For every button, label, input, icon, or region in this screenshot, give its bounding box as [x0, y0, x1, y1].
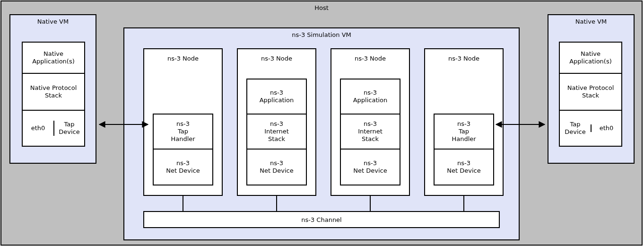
diagram-canvas: Host Native VM Native Application(s) Nat…	[0, 0, 644, 247]
native-stack-right: Native Application(s) Native Protocol St…	[559, 42, 622, 147]
native-vm-right-title: Native VM	[548, 18, 634, 25]
bidir-arrow-left	[96, 120, 151, 129]
connector-node2-channel	[276, 196, 277, 213]
connector-node1-channel	[183, 196, 183, 213]
node3-inet: ns-3 Internet Stack	[341, 115, 400, 150]
node1-tap-handler: ns-3 Tap Handler	[154, 115, 212, 150]
node2-stack: ns-3 Application ns-3 Internet Stack ns-…	[246, 79, 307, 185]
node3-stack: ns-3 Application ns-3 Internet Stack ns-…	[340, 79, 400, 185]
tap-device-left: Tap Device	[53, 121, 84, 136]
host-box: Host Native VM Native Application(s) Nat…	[0, 0, 643, 246]
node4-title: ns-3 Node	[425, 55, 503, 62]
node4-stack: ns-3 Tap Handler ns-3 Net Device	[434, 114, 494, 185]
native-apps-right: Native Application(s)	[560, 43, 621, 74]
node1-net-device: ns-3 Net Device	[154, 150, 212, 185]
node2-inet: ns-3 Internet Stack	[247, 115, 306, 150]
ns3-node-1: ns-3 Node ns-3 Tap Handler ns-3 Net Devi…	[143, 48, 223, 196]
node2-title: ns-3 Node	[238, 55, 315, 62]
ns3-channel: ns-3 Channel	[143, 211, 500, 228]
native-stack-left: Native Application(s) Native Protocol St…	[22, 42, 85, 147]
connector-node3-channel	[370, 196, 371, 213]
node1-title: ns-3 Node	[144, 55, 222, 62]
eth0-right: eth0	[591, 124, 621, 132]
native-vm-left: Native VM Native Application(s) Native P…	[9, 14, 96, 164]
host-label: Host	[1, 4, 642, 12]
node2-app: ns-3 Application	[247, 79, 306, 115]
node3-dev: ns-3 Net Device	[341, 150, 400, 185]
tap-device-right: Tap Device	[560, 121, 591, 136]
bidir-arrow-right	[493, 120, 548, 129]
simulation-vm: ns-3 Simulation VM ns-3 Node ns-3 Tap Ha…	[123, 27, 520, 240]
node4-tap-handler: ns-3 Tap Handler	[435, 115, 493, 150]
connector-node4-channel	[463, 196, 464, 213]
native-vm-left-title: Native VM	[10, 18, 96, 25]
channel-label: ns-3 Channel	[301, 216, 341, 223]
native-proto-right: Native Protocol Stack	[560, 74, 621, 111]
node3-title: ns-3 Node	[331, 55, 409, 62]
native-devrow-left: eth0 Tap Device	[23, 111, 84, 146]
node3-app: ns-3 Application	[341, 79, 400, 115]
native-devrow-right: Tap Device eth0	[560, 111, 621, 146]
native-proto-left: Native Protocol Stack	[23, 74, 84, 111]
node2-dev: ns-3 Net Device	[247, 150, 306, 185]
ns3-node-3: ns-3 Node ns-3 Application ns-3 Internet…	[331, 48, 410, 196]
ns3-node-4: ns-3 Node ns-3 Tap Handler ns-3 Net Devi…	[424, 48, 504, 196]
eth0-left: eth0	[23, 124, 53, 132]
node4-net-device: ns-3 Net Device	[435, 150, 493, 185]
native-apps-left: Native Application(s)	[23, 43, 84, 74]
ns3-node-2: ns-3 Node ns-3 Application ns-3 Internet…	[237, 48, 316, 196]
native-vm-right: Native VM Native Application(s) Native P…	[548, 14, 635, 164]
node1-stack: ns-3 Tap Handler ns-3 Net Device	[153, 114, 213, 185]
sim-vm-title: ns-3 Simulation VM	[124, 31, 519, 38]
